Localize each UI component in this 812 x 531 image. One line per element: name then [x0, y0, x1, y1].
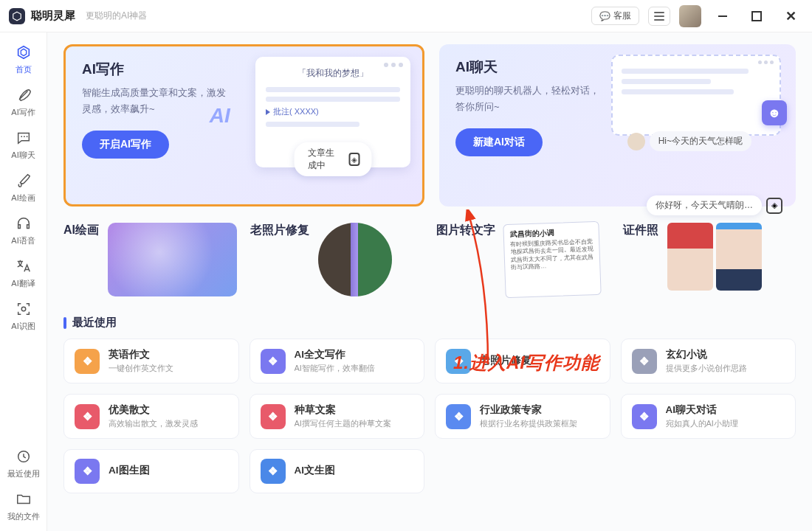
tile-idphoto[interactable]: 证件照 [623, 223, 796, 304]
recent-section-title: 最近使用 [63, 316, 796, 330]
hero-chat-title: AI聊天 [455, 58, 605, 77]
tile-paint[interactable]: AI绘画 [63, 223, 237, 304]
recent-item[interactable]: ❖ AI文生图 [250, 449, 425, 493]
clock-icon [14, 447, 33, 466]
feather-icon [14, 86, 33, 105]
sidebar-item-translate[interactable]: AI翻译 [1, 251, 46, 292]
recent-item-title: AI全文写作 [295, 348, 414, 361]
idphoto-image [667, 223, 762, 291]
recent-item[interactable]: ❖ 行业政策专家 根据行业名称提供政策框架 [435, 394, 610, 439]
brush-icon [14, 171, 33, 190]
recent-item[interactable]: ❖ 玄幻小说 提供更多小说创作思路 [621, 339, 796, 384]
recent-item-title: 行业政策专家 [480, 403, 599, 417]
sidebar-item-chat[interactable]: AI聊天 [1, 122, 46, 164]
tile-photo-restore[interactable]: 老照片修复 [250, 223, 424, 304]
translate-icon [14, 257, 33, 276]
recent-item-icon: ❖ [446, 404, 471, 429]
tile-ocr[interactable]: 图片转文字 武昌街的小调 有时候到重庆路买书总会不自觉地探武昌街去走一回。最近发… [436, 223, 610, 304]
recent-item-icon: ❖ [261, 404, 286, 429]
recent-item-title: AI图生图 [109, 464, 228, 477]
svg-marker-2 [21, 49, 26, 55]
recent-item-icon: ❖ [261, 349, 286, 374]
chat-preview-window [611, 55, 781, 136]
recent-item-sub: AI智能写作，效率翻倍 [295, 363, 414, 374]
user-avatar-icon [627, 133, 645, 150]
sidebar-item-write[interactable]: AI写作 [1, 80, 46, 121]
headphone-icon [14, 214, 33, 233]
user-avatar[interactable] [679, 5, 701, 27]
recent-item-title: 英语作文 [109, 348, 228, 361]
folder-icon [14, 490, 33, 509]
chat-icon: 💬 [599, 11, 610, 21]
hexagon-icon: ◈ [349, 153, 360, 166]
recent-item-sub: 根据行业名称提供政策框架 [480, 418, 599, 429]
recent-item-icon: ❖ [261, 459, 286, 484]
recent-item[interactable]: ❖ 英语作文 一键创作英文作文 [63, 339, 239, 384]
sidebar-item-voice[interactable]: AI语音 [1, 208, 46, 249]
recent-item-icon: ❖ [75, 459, 100, 484]
chat-question-bubble: Hi~今天的天气怎样呢 [650, 131, 751, 151]
recent-item[interactable]: ❖ 优美散文 高效输出散文，激发灵感 [63, 394, 239, 439]
recent-item-title: 优美散文 [109, 403, 228, 417]
svg-marker-0 [13, 12, 21, 21]
chat-bubble-icon [14, 128, 33, 148]
hero-card-write[interactable]: AI写作 智能生成高质量文章和文案，激发灵感，效率飙升~ 开启AI写作 AI 「… [63, 44, 424, 206]
svg-point-3 [21, 136, 22, 137]
window-minimize[interactable] [710, 7, 735, 26]
hexagon-icon: ◈ [766, 198, 782, 214]
svg-point-6 [21, 307, 26, 311]
scan-icon [14, 299, 33, 319]
photo-restore-image [318, 223, 392, 296]
window-maximize[interactable] [744, 7, 769, 26]
hero-write-title: AI写作 [82, 60, 232, 79]
recent-item-icon: ❖ [632, 349, 657, 374]
recent-item-icon: ❖ [75, 404, 100, 429]
sidebar-item-recent[interactable]: 最近使用 [1, 441, 46, 482]
new-chat-button[interactable]: 新建AI对话 [455, 128, 543, 156]
start-write-button[interactable]: 开启AI写作 [82, 131, 169, 159]
svg-marker-1 [18, 46, 29, 59]
write-preview-window: 「我和我的梦想」 批注( XXXX) 文章生成中 ◈ [255, 57, 410, 167]
ocr-doc-image: 武昌街的小调 有时候到重庆路买书总会不自觉地探武昌街去走一回。最近发现武昌街太大… [503, 221, 601, 298]
svg-point-4 [24, 136, 25, 137]
recent-item[interactable]: ❖ AI全文写作 AI智能写作，效率翻倍 [250, 339, 425, 384]
menu-button[interactable] [648, 7, 670, 26]
chat-answer-bubble: 你好呀，今天天气晴朗… [647, 195, 762, 215]
recent-item-title: AI文生图 [295, 464, 414, 477]
recent-item-sub: 提供更多小说创作思路 [666, 363, 785, 374]
recent-item-icon: ❖ [75, 349, 100, 374]
recent-item-title: 玄幻小说 [666, 348, 785, 361]
recent-item-icon: ❖ [632, 404, 657, 429]
app-name: 聪明灵犀 [31, 9, 75, 23]
hero-chat-desc: 更聪明的聊天机器人，轻松对话，答你所问~ [455, 83, 605, 115]
sidebar-item-ocr[interactable]: AI识图 [1, 294, 46, 335]
recent-item-title: 种草文案 [295, 403, 414, 417]
window-close[interactable]: ✕ [778, 7, 803, 26]
svg-point-5 [26, 136, 27, 137]
recent-item-sub: 宛如真人的AI小助理 [666, 418, 785, 429]
recent-item[interactable]: ❖ 老照片修复 [435, 339, 610, 384]
bot-icon: ☻ [762, 100, 787, 125]
recent-item-title: 老照片修复 [480, 354, 599, 367]
recent-item[interactable]: ❖ 种草文案 AI撰写任何主题的种草文案 [250, 394, 425, 439]
recent-item[interactable]: ❖ AI聊天对话 宛如真人的AI小助理 [621, 394, 796, 439]
ai-badge: AI [210, 104, 230, 128]
recent-item-sub: 一键创作英文作文 [109, 363, 228, 374]
sidebar-item-files[interactable]: 我的文件 [1, 484, 46, 525]
recent-item[interactable]: ❖ AI图生图 [63, 449, 239, 493]
recent-item-sub: AI撰写任何主题的种草文案 [295, 418, 414, 429]
hexagon-icon [14, 43, 33, 62]
recent-item-sub: 高效输出散文，激发灵感 [109, 418, 228, 429]
recent-item-icon: ❖ [446, 349, 471, 374]
service-button[interactable]: 💬 客服 [591, 7, 639, 25]
app-logo [9, 8, 25, 24]
hero-card-chat[interactable]: AI聊天 更聪明的聊天机器人，轻松对话，答你所问~ 新建AI对话 ☻ Hi~今天… [439, 44, 796, 206]
app-subtitle: 更聪明的AI神器 [86, 10, 147, 22]
sidebar-item-home[interactable]: 首页 [1, 37, 46, 78]
paint-preview-image [108, 223, 237, 296]
sidebar-item-paint[interactable]: AI绘画 [1, 165, 46, 206]
recent-item-title: AI聊天对话 [666, 403, 785, 417]
